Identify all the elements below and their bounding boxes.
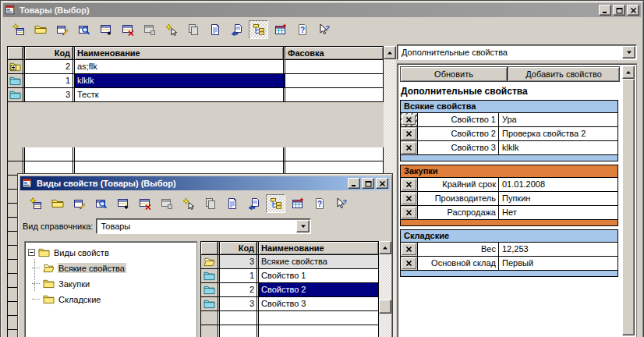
scrollbar-thumb[interactable] [379,300,391,314]
scroll-up-icon[interactable] [622,66,635,79]
copy-row-icon[interactable] [157,194,176,213]
child-titlebar[interactable]: Виды свойств (Товары) (Выбор) [20,176,390,190]
refresh-button[interactable]: Обновить [400,66,508,82]
open-folder-icon[interactable] [48,194,67,213]
delete-row-icon[interactable] [118,20,137,39]
property-value[interactable]: 12,253 [499,243,617,256]
property-value[interactable]: Пупкин [499,192,617,205]
tree-item[interactable]: Складские [25,291,196,307]
add-row-icon[interactable] [113,194,133,213]
cell-code[interactable]: 3 [25,88,75,102]
find-icon[interactable] [74,20,94,39]
table-row[interactable]: 1 Свойство 1 [201,269,391,283]
add-property-button[interactable]: Добавить свойство [508,66,620,82]
remove-property-icon[interactable] [402,193,416,204]
catalog-type-dropdown[interactable]: Товары [96,218,311,234]
cell-code[interactable]: 3 [220,297,259,311]
table-row[interactable]: 2 as;flk [8,60,395,74]
property-row: Производитель Пупкин [400,192,618,206]
scroll-up-icon[interactable] [379,241,391,254]
remove-property-icon[interactable] [402,179,416,190]
chevron-down-icon[interactable] [622,46,635,59]
property-row: Вес 12,253 [400,243,618,257]
collapse-icon[interactable] [28,249,35,256]
cell-name[interactable]: Тестк [75,88,285,102]
scrollbar-track[interactable] [379,254,391,337]
find-icon[interactable] [91,194,111,213]
property-value[interactable]: Первый [499,257,617,270]
remove-property-icon[interactable] [402,128,416,140]
tree-item[interactable]: Всякие свойства [25,260,196,275]
cell-code[interactable]: 3 [220,255,259,269]
new-item-icon[interactable] [9,20,28,39]
cell-packing[interactable] [285,60,384,74]
context-help-icon[interactable]: ? [331,194,351,213]
svg-text:?: ? [300,26,305,34]
table-row[interactable]: 3 Всякие свойства [201,255,391,269]
close-icon[interactable] [376,178,388,189]
scroll-up-icon[interactable] [384,46,396,59]
wizard-icon[interactable] [161,20,181,39]
edit-icon[interactable] [52,20,72,39]
remove-property-icon[interactable] [402,257,416,269]
chevron-down-icon[interactable] [296,220,310,232]
cell-name[interactable]: klklk [75,74,285,88]
property-value[interactable]: Проверка свойства 2 [499,127,617,140]
open-folder-icon[interactable] [30,20,50,39]
cell-packing[interactable] [285,74,384,88]
cell-name[interactable]: Всякие свойства [259,255,379,269]
copy-row-icon[interactable] [140,20,159,39]
property-type-dropdown[interactable]: Дополнительные свойства [397,44,637,60]
scrollbar-track[interactable] [622,79,635,335]
document-icon[interactable] [222,194,242,213]
cell-packing[interactable] [285,88,384,102]
cell-code[interactable]: 1 [220,269,259,283]
help-icon[interactable]: ? [310,194,329,213]
copy-icon[interactable] [183,20,203,39]
table-row[interactable]: 3 Тестк [8,88,395,102]
tree-item[interactable]: Закупки [25,275,196,291]
maximize-icon[interactable] [613,5,625,16]
document-icon[interactable] [205,20,225,39]
delete-row-icon[interactable] [135,194,154,213]
new-item-icon[interactable] [26,194,45,213]
maximize-icon[interactable] [362,178,374,189]
context-help-icon[interactable]: ? [314,20,334,39]
cell-code[interactable]: 1 [25,74,75,88]
edit-icon[interactable] [69,194,89,213]
remove-property-icon[interactable] [402,243,416,255]
main-titlebar[interactable]: Товары (Выбор) [3,3,641,17]
cell-name[interactable]: Свойство 2 [259,283,379,297]
remove-property-icon[interactable] [402,207,416,218]
property-value[interactable]: 01.01.2008 [499,178,617,191]
cell-code[interactable]: 2 [25,60,75,74]
table-row[interactable]: 2 Свойство 2 [201,283,391,297]
close-icon[interactable] [627,5,639,16]
scrollbar-thumb[interactable] [622,79,635,335]
print-document-icon[interactable] [244,194,264,213]
table-row[interactable]: 3 Свойство 3 [201,297,391,311]
hierarchy-view-icon[interactable] [266,194,285,213]
minimize-icon[interactable] [599,5,611,16]
cell-code[interactable]: 2 [220,283,259,297]
cell-name[interactable]: Свойство 1 [259,269,379,283]
remove-property-icon[interactable] [402,115,416,125]
property-value[interactable]: Нет [499,206,617,219]
table-row[interactable]: 1 klklk [8,74,395,88]
wizard-icon[interactable] [179,194,198,213]
property-value[interactable]: klklk [499,141,617,154]
remove-property-icon[interactable] [402,142,416,154]
copy-icon[interactable] [200,194,220,213]
minimize-icon[interactable] [348,178,360,189]
column-header-name: Наименование [259,242,379,254]
cell-name[interactable]: Свойство 3 [259,297,379,311]
analysis-icon[interactable] [288,194,307,213]
cell-name[interactable]: as;flk [75,60,285,74]
hierarchy-view-icon[interactable] [249,20,268,39]
analysis-icon[interactable] [271,20,290,39]
property-value[interactable]: Ура [499,113,617,126]
add-row-icon[interactable] [96,20,115,39]
tree-item-root[interactable]: Виды свойств [25,244,196,260]
help-icon[interactable]: ? [292,20,312,39]
print-document-icon[interactable] [227,20,246,39]
